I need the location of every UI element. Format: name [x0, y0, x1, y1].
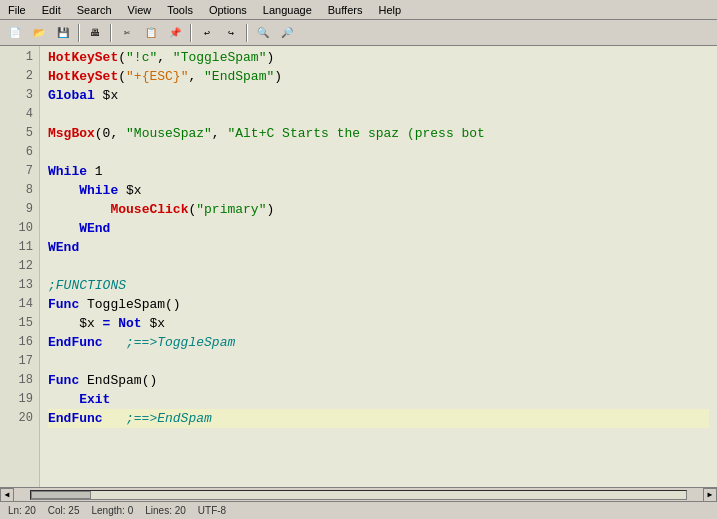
paste-button[interactable]: 📌	[164, 23, 186, 43]
code-line-4	[48, 105, 709, 124]
scrollbar-right-button[interactable]: ▶	[703, 488, 717, 502]
code-line-12	[48, 257, 709, 276]
code-line-7: While 1	[48, 162, 709, 181]
menu-help[interactable]: Help	[374, 2, 405, 18]
status-line: Ln: 20	[8, 505, 36, 516]
redo-button[interactable]: ↪	[220, 23, 242, 43]
scrollbar-track[interactable]	[30, 490, 687, 500]
menu-language[interactable]: Language	[259, 2, 316, 18]
line-num-12: 12	[0, 257, 33, 276]
code-line-2: HotKeySet("+{ESC}", "EndSpam")	[48, 67, 709, 86]
horizontal-scrollbar[interactable]: ◀ ▶	[0, 487, 717, 501]
code-line-16: EndFunc ;==>ToggleSpam	[48, 333, 709, 352]
line-num-5: 5	[0, 124, 33, 143]
print-button[interactable]: 🖶	[84, 23, 106, 43]
editor-container: 1 2 3 4 5 6 7 8 9 10 11 12 13 14 15 16 1…	[0, 46, 717, 487]
line-num-15: 15	[0, 314, 33, 333]
line-num-9: 9	[0, 200, 33, 219]
new-button[interactable]: 📄	[4, 23, 26, 43]
menu-buffers[interactable]: Buffers	[324, 2, 367, 18]
line-num-17: 17	[0, 352, 33, 371]
line-num-16: 16	[0, 333, 33, 352]
line-num-11: 11	[0, 238, 33, 257]
status-col: Col: 25	[48, 505, 80, 516]
code-line-5: MsgBox(0, "MouseSpaz", "Alt+C Starts the…	[48, 124, 709, 143]
code-editor[interactable]: HotKeySet("!c", "ToggleSpam") HotKeySet(…	[40, 46, 717, 487]
line-num-6: 6	[0, 143, 33, 162]
code-line-6	[48, 143, 709, 162]
menu-edit[interactable]: Edit	[38, 2, 65, 18]
code-line-20: EndFunc ;==>EndSpam	[48, 409, 709, 428]
line-num-7: 7	[0, 162, 33, 181]
toolbar-separator-1	[78, 24, 80, 42]
code-line-17	[48, 352, 709, 371]
menu-options[interactable]: Options	[205, 2, 251, 18]
toolbar-separator-3	[190, 24, 192, 42]
toolbar: 📄 📂 💾 🖶 ✄ 📋 📌 ↩ ↪ 🔍 🔎	[0, 20, 717, 46]
scrollbar-thumb[interactable]	[31, 491, 91, 499]
menu-file[interactable]: File	[4, 2, 30, 18]
menubar: File Edit Search View Tools Options Lang…	[0, 0, 717, 20]
line-num-14: 14	[0, 295, 33, 314]
zoom-button[interactable]: 🔎	[276, 23, 298, 43]
line-num-19: 19	[0, 390, 33, 409]
code-line-8: While $x	[48, 181, 709, 200]
line-num-1: 1	[0, 48, 33, 67]
menu-view[interactable]: View	[124, 2, 156, 18]
code-line-11: WEnd	[48, 238, 709, 257]
line-num-3: 3	[0, 86, 33, 105]
line-num-8: 8	[0, 181, 33, 200]
cut-button[interactable]: ✄	[116, 23, 138, 43]
undo-button[interactable]: ↩	[196, 23, 218, 43]
code-line-3: Global $x	[48, 86, 709, 105]
menu-tools[interactable]: Tools	[163, 2, 197, 18]
code-line-19: Exit	[48, 390, 709, 409]
code-line-10: WEnd	[48, 219, 709, 238]
menu-search[interactable]: Search	[73, 2, 116, 18]
code-line-1: HotKeySet("!c", "ToggleSpam")	[48, 48, 709, 67]
status-length: Length: 0	[92, 505, 134, 516]
line-num-4: 4	[0, 105, 33, 124]
statusbar: Ln: 20 Col: 25 Length: 0 Lines: 20 UTF-8	[0, 501, 717, 519]
find-button[interactable]: 🔍	[252, 23, 274, 43]
copy-button[interactable]: 📋	[140, 23, 162, 43]
code-line-14: Func ToggleSpam()	[48, 295, 709, 314]
line-num-13: 13	[0, 276, 33, 295]
code-line-15: $x = Not $x	[48, 314, 709, 333]
open-button[interactable]: 📂	[28, 23, 50, 43]
code-line-9: MouseClick("primary")	[48, 200, 709, 219]
line-numbers: 1 2 3 4 5 6 7 8 9 10 11 12 13 14 15 16 1…	[0, 46, 40, 487]
line-num-2: 2	[0, 67, 33, 86]
scrollbar-left-button[interactable]: ◀	[0, 488, 14, 502]
status-encoding: UTF-8	[198, 505, 226, 516]
line-num-20: 20	[0, 409, 33, 428]
toolbar-separator-2	[110, 24, 112, 42]
save-button[interactable]: 💾	[52, 23, 74, 43]
code-line-13: ;FUNCTIONS	[48, 276, 709, 295]
toolbar-separator-4	[246, 24, 248, 42]
status-lines: Lines: 20	[145, 505, 186, 516]
line-num-10: 10	[0, 219, 33, 238]
line-num-18: 18	[0, 371, 33, 390]
code-line-18: Func EndSpam()	[48, 371, 709, 390]
